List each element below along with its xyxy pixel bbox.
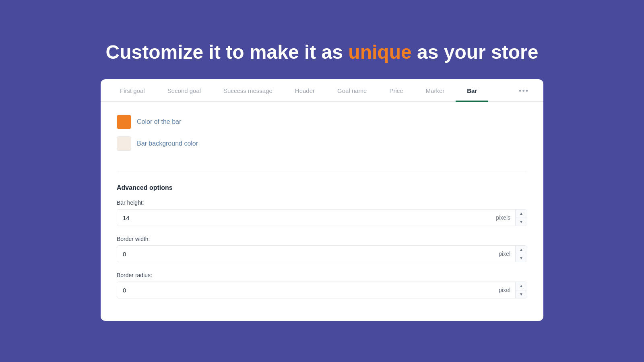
border-radius-spinner: ▲ ▼ [515, 282, 527, 298]
border-radius-label: Border radius: [117, 272, 527, 278]
headline-after: as your store [417, 41, 538, 63]
bg-color-row[interactable]: Bar background color [117, 136, 527, 151]
border-width-field: Border width: 0 pixel ▲ ▼ [117, 236, 527, 262]
tab-first-goal[interactable]: First goal [109, 80, 156, 102]
tab-second-goal[interactable]: Second goal [156, 80, 212, 102]
color-section: Color of the bar Bar background color [117, 115, 527, 171]
tab-marker[interactable]: Marker [415, 80, 456, 102]
bar-height-increment[interactable]: ▲ [516, 210, 527, 218]
bar-height-input[interactable]: 14 [117, 210, 491, 226]
tab-success-message[interactable]: Success message [212, 80, 284, 102]
bar-height-input-row: 14 pixels ▲ ▼ [117, 209, 527, 226]
border-width-spinner: ▲ ▼ [515, 246, 527, 262]
border-radius-field: Border radius: 0 pixel ▲ ▼ [117, 272, 527, 298]
border-radius-input-row: 0 pixel ▲ ▼ [117, 282, 527, 298]
border-radius-input[interactable]: 0 [117, 282, 494, 298]
headline-before: Customize it to make it as [106, 41, 343, 63]
tab-goal-name[interactable]: Goal name [326, 80, 378, 102]
bar-height-decrement[interactable]: ▼ [516, 218, 527, 226]
advanced-options-title: Advanced options [117, 184, 527, 191]
bar-color-label: Color of the bar [137, 118, 181, 125]
border-width-input[interactable]: 0 [117, 246, 494, 262]
bar-color-swatch[interactable] [117, 115, 131, 129]
tab-header[interactable]: Header [284, 80, 326, 102]
border-radius-increment[interactable]: ▲ [516, 282, 527, 290]
tab-more-button[interactable]: ••• [512, 80, 535, 102]
tab-bar[interactable]: Bar [456, 80, 488, 102]
advanced-options-section: Advanced options Bar height: 14 pixels ▲… [117, 184, 527, 298]
bg-color-label: Bar background color [137, 140, 198, 147]
settings-card: First goal Second goal Success message H… [101, 79, 543, 321]
border-width-unit: pixel [494, 246, 515, 262]
border-radius-decrement[interactable]: ▼ [516, 290, 527, 298]
bg-color-swatch[interactable] [117, 136, 131, 151]
bar-height-unit: pixels [491, 210, 515, 226]
bar-height-field: Bar height: 14 pixels ▲ ▼ [117, 200, 527, 226]
border-radius-unit: pixel [494, 282, 515, 298]
tab-bar: First goal Second goal Success message H… [101, 79, 543, 102]
bar-height-spinner: ▲ ▼ [515, 210, 527, 226]
headline-highlight: unique [348, 41, 411, 63]
bar-color-row[interactable]: Color of the bar [117, 115, 527, 129]
tab-price[interactable]: Price [378, 80, 414, 102]
border-width-input-row: 0 pixel ▲ ▼ [117, 245, 527, 262]
border-width-label: Border width: [117, 236, 527, 242]
border-width-decrement[interactable]: ▼ [516, 254, 527, 262]
border-width-increment[interactable]: ▲ [516, 246, 527, 254]
card-body: Color of the bar Bar background color Ad… [101, 102, 543, 321]
bar-height-label: Bar height: [117, 200, 527, 206]
page-headline: Customize it to make it as unique as you… [80, 41, 564, 63]
